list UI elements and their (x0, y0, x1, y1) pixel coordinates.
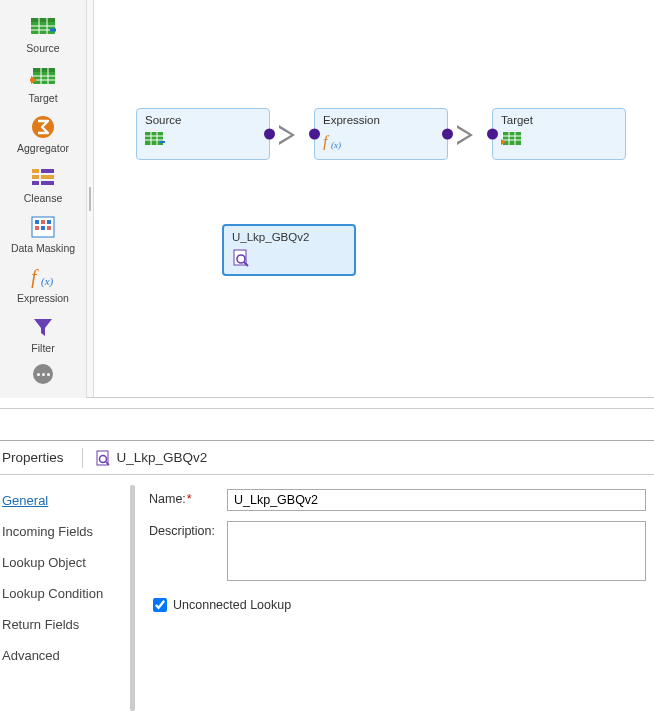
horizontal-splitter[interactable] (0, 398, 654, 440)
svg-rect-15 (32, 175, 39, 179)
canvas-node-source[interactable]: Source (136, 108, 270, 160)
node-label: Expression (323, 114, 439, 126)
palette-label: Data Masking (11, 242, 75, 254)
vertical-splitter[interactable] (86, 0, 94, 397)
palette-item-aggregator[interactable]: Aggregator (8, 110, 78, 156)
tab-incoming-fields[interactable]: Incoming Fields (2, 524, 124, 539)
palette-label: Filter (31, 342, 54, 354)
general-tab-form: Name:* Description: Unconnected Lookup (141, 475, 654, 711)
lookup-icon (232, 257, 250, 269)
palette-label: Cleanse (24, 192, 63, 204)
tab-return-fields[interactable]: Return Fields (2, 617, 124, 632)
divider (82, 448, 83, 468)
unconnected-lookup-label: Unconnected Lookup (173, 598, 291, 612)
svg-text:f: f (323, 133, 330, 150)
data-masking-icon (29, 214, 57, 240)
svg-text:(x): (x) (331, 140, 341, 150)
svg-rect-21 (41, 220, 45, 224)
svg-rect-24 (41, 226, 45, 230)
input-port[interactable] (309, 129, 320, 140)
flow-arrow (457, 125, 473, 145)
palette-label: Aggregator (17, 142, 69, 154)
palette-label: Expression (17, 292, 69, 304)
output-port[interactable] (442, 129, 453, 140)
properties-title: Properties (0, 450, 78, 465)
palette-label: Target (28, 92, 57, 104)
tab-advanced[interactable]: Advanced (2, 648, 124, 663)
canvas-node-target[interactable]: Target (492, 108, 626, 160)
name-input[interactable] (227, 489, 646, 511)
output-port[interactable] (264, 129, 275, 140)
node-label: Source (145, 114, 261, 126)
svg-rect-17 (32, 181, 39, 185)
palette-item-expression[interactable]: f(x) Expression (8, 260, 78, 306)
input-port[interactable] (487, 129, 498, 140)
description-label: Description: (149, 521, 227, 538)
svg-rect-35 (503, 132, 521, 145)
palette-more-button[interactable] (33, 364, 53, 384)
transformation-palette: Source Target Aggregator Cleanse Data Ma… (0, 0, 86, 398)
canvas-node-expression[interactable]: Expression f(x) (314, 108, 448, 160)
mapping-canvas[interactable]: Source Expression f(x) Target (94, 0, 654, 397)
expression-icon: f(x) (29, 264, 57, 290)
canvas-node-lookup[interactable]: U_Lkp_GBQv2 (222, 224, 356, 276)
palette-item-target[interactable]: Target (8, 60, 78, 106)
expression-icon: f(x) (323, 140, 343, 152)
svg-rect-1 (31, 18, 55, 22)
unconnected-lookup-checkbox[interactable] (153, 598, 167, 612)
properties-panel: Properties U_Lkp_GBQv2 General Incoming … (0, 440, 654, 711)
description-textarea[interactable] (227, 521, 646, 581)
name-label: Name:* (149, 489, 227, 506)
svg-rect-13 (32, 169, 39, 173)
cleanse-icon (29, 164, 57, 190)
palette-item-filter[interactable]: Filter (8, 310, 78, 356)
tab-general[interactable]: General (2, 493, 124, 508)
palette-label: Source (26, 42, 59, 54)
lookup-icon (95, 450, 111, 466)
svg-rect-16 (41, 175, 54, 179)
filter-icon (29, 314, 57, 340)
svg-rect-7 (33, 68, 55, 72)
svg-rect-18 (41, 181, 54, 185)
properties-tabs: General Incoming Fields Lookup Object Lo… (0, 475, 130, 711)
aggregator-icon (29, 114, 57, 140)
source-icon (145, 138, 165, 150)
node-label: U_Lkp_GBQv2 (232, 231, 346, 243)
tab-lookup-object[interactable]: Lookup Object (2, 555, 124, 570)
svg-text:(x): (x) (41, 275, 54, 288)
divider (130, 485, 135, 711)
svg-text:f: f (31, 266, 39, 288)
flow-arrow (279, 125, 295, 145)
palette-item-data-masking[interactable]: Data Masking (8, 210, 78, 256)
svg-rect-28 (145, 132, 163, 145)
tab-lookup-condition[interactable]: Lookup Condition (2, 586, 124, 601)
palette-item-cleanse[interactable]: Cleanse (8, 160, 78, 206)
node-label: Target (501, 114, 617, 126)
target-icon (501, 138, 521, 150)
properties-object-name: U_Lkp_GBQv2 (117, 450, 208, 465)
palette-item-source[interactable]: Source (8, 10, 78, 56)
svg-rect-14 (41, 169, 54, 173)
properties-header: Properties U_Lkp_GBQv2 (0, 441, 654, 475)
target-icon (29, 64, 57, 90)
svg-rect-22 (47, 220, 51, 224)
svg-rect-20 (35, 220, 39, 224)
source-icon (29, 14, 57, 40)
svg-rect-25 (47, 226, 51, 230)
svg-rect-23 (35, 226, 39, 230)
